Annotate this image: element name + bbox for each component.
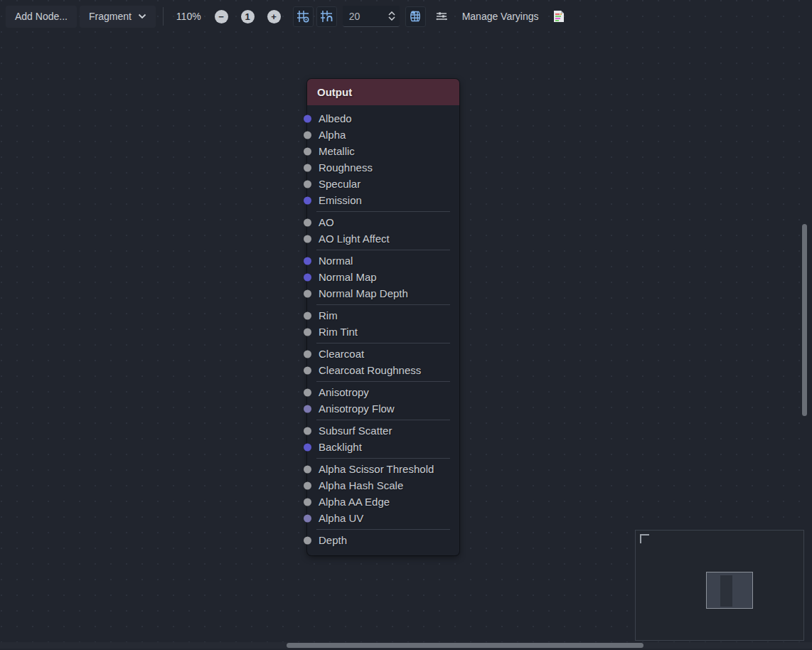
manage-varyings-button[interactable]: Manage Varyings bbox=[455, 6, 546, 28]
port-label: Roughness bbox=[319, 161, 373, 174]
port-label: Clearcoat bbox=[319, 348, 364, 360]
port-label: Depth bbox=[319, 534, 347, 546]
snap-grid-settings-button[interactable] bbox=[293, 6, 314, 27]
zoom-out-button[interactable]: − bbox=[215, 10, 228, 23]
vertical-scrollbar[interactable] bbox=[802, 0, 808, 642]
port-row-backlight: Backlight bbox=[307, 439, 459, 455]
port-group: RimRim Tint bbox=[307, 307, 459, 341]
wire-sphere-grid-icon bbox=[409, 10, 422, 23]
port-group-separator bbox=[316, 304, 450, 305]
port-row-ao: AO bbox=[307, 214, 459, 230]
port-clearcoat-roughness-icon[interactable] bbox=[304, 366, 311, 374]
zoom-reset-button[interactable]: 1 bbox=[241, 10, 255, 23]
port-group-separator bbox=[316, 420, 450, 420]
port-group-separator bbox=[316, 343, 450, 343]
horizontal-scrollbar[interactable] bbox=[0, 642, 812, 649]
port-emission-icon[interactable] bbox=[304, 196, 311, 204]
minimap-camera-rect[interactable] bbox=[706, 572, 753, 609]
graph-minimap[interactable] bbox=[635, 530, 804, 641]
port-row-albedo: Albedo bbox=[307, 110, 459, 127]
output-node-title: Output bbox=[317, 86, 352, 98]
port-label: Normal Map bbox=[319, 271, 377, 283]
port-row-clearcoat: Clearcoat bbox=[307, 346, 459, 362]
port-row-specular: Specular bbox=[307, 176, 459, 192]
port-clearcoat-icon[interactable] bbox=[304, 350, 311, 358]
port-depth-icon[interactable] bbox=[304, 536, 311, 544]
port-roughness-icon[interactable] bbox=[304, 164, 311, 171]
port-label: AO Light Affect bbox=[319, 233, 390, 245]
vertical-scrollbar-thumb[interactable] bbox=[802, 224, 807, 416]
port-alpha-hash-scale-icon[interactable] bbox=[304, 481, 311, 489]
manage-varyings-label: Manage Varyings bbox=[462, 11, 539, 22]
port-metallic-icon[interactable] bbox=[304, 147, 311, 155]
output-node-ports: AlbedoAlphaMetallicRoughnessSpecularEmis… bbox=[307, 105, 459, 555]
shader-file-button[interactable] bbox=[549, 6, 570, 27]
port-row-emission: Emission bbox=[307, 192, 459, 208]
port-alpha-icon[interactable] bbox=[304, 131, 311, 139]
port-normal-icon[interactable] bbox=[304, 257, 311, 265]
port-alpha-aa-edge-icon[interactable] bbox=[304, 498, 311, 506]
port-ao-icon[interactable] bbox=[304, 218, 311, 226]
port-alpha-scissor-threshold-icon[interactable] bbox=[304, 465, 311, 473]
port-rim-icon[interactable] bbox=[304, 311, 311, 319]
port-alpha-uv-icon[interactable] bbox=[304, 514, 311, 522]
port-row-alpha-aa-edge: Alpha AA Edge bbox=[307, 494, 459, 510]
port-group-separator bbox=[316, 381, 450, 382]
port-ao-light-affect-icon[interactable] bbox=[304, 235, 311, 243]
port-label: Clearcoat Roughness bbox=[319, 364, 421, 376]
shader-preview-button[interactable] bbox=[405, 6, 426, 27]
port-specular-icon[interactable] bbox=[304, 180, 311, 188]
sliders-icon bbox=[435, 10, 448, 23]
port-label: Subsurf Scatter bbox=[319, 425, 392, 437]
port-backlight-icon[interactable] bbox=[304, 443, 311, 451]
grid-magnet-icon bbox=[320, 10, 333, 23]
add-node-button[interactable]: Add Node... bbox=[6, 6, 77, 28]
port-row-roughness: Roughness bbox=[307, 159, 459, 176]
port-group: AnisotropyAnisotropy Flow bbox=[307, 383, 459, 417]
shader-stage-dropdown[interactable]: Fragment bbox=[80, 6, 156, 28]
port-anisotropy-icon[interactable] bbox=[304, 388, 311, 396]
spinbox-updown-icon[interactable] bbox=[388, 11, 400, 21]
port-label: Metallic bbox=[319, 145, 355, 157]
port-label: AO bbox=[319, 216, 334, 228]
port-label: Alpha AA Edge bbox=[319, 496, 390, 508]
varyings-filter-button[interactable] bbox=[432, 6, 452, 27]
port-row-clearcoat-roughness: Clearcoat Roughness bbox=[307, 362, 459, 378]
port-label: Rim Tint bbox=[319, 326, 358, 338]
port-row-alpha-scissor-threshold: Alpha Scissor Threshold bbox=[307, 461, 459, 477]
toolbar-separator bbox=[163, 7, 164, 26]
port-label: Anisotropy Flow bbox=[319, 403, 395, 415]
port-group: AOAO Light Affect bbox=[307, 213, 459, 247]
output-node-header[interactable]: Output bbox=[307, 79, 459, 105]
port-anisotropy-flow-icon[interactable] bbox=[304, 405, 311, 412]
port-row-metallic: Metallic bbox=[307, 143, 459, 159]
snap-distance-spinbox[interactable]: 20 bbox=[343, 6, 400, 27]
minimap-resizer-icon[interactable] bbox=[640, 534, 649, 543]
port-normal-map-icon[interactable] bbox=[304, 273, 311, 281]
port-row-normal: Normal bbox=[307, 252, 459, 269]
port-group-separator bbox=[316, 250, 450, 250]
zoom-level-label: 110% bbox=[171, 11, 207, 22]
port-row-normal-map: Normal Map bbox=[307, 269, 459, 285]
port-row-anisotropy: Anisotropy bbox=[307, 384, 459, 400]
port-group: Subsurf ScatterBacklight bbox=[307, 422, 459, 456]
output-node[interactable]: Output AlbedoAlphaMetallicRoughnessSpecu… bbox=[307, 79, 459, 555]
snap-to-grid-button[interactable] bbox=[316, 6, 337, 27]
port-label: Backlight bbox=[319, 441, 362, 453]
port-normal-map-depth-icon[interactable] bbox=[304, 289, 311, 297]
zoom-reset-icon: 1 bbox=[245, 12, 250, 21]
port-group-separator bbox=[316, 211, 450, 212]
port-label: Specular bbox=[319, 178, 360, 190]
grid-gear-icon bbox=[297, 10, 309, 23]
port-label: Normal bbox=[319, 255, 353, 267]
port-row-subsurf-scatter: Subsurf Scatter bbox=[307, 422, 459, 439]
port-label: Emission bbox=[319, 194, 362, 206]
port-group-separator bbox=[316, 529, 450, 530]
zoom-in-button[interactable]: + bbox=[267, 10, 281, 23]
port-rim-tint-icon[interactable] bbox=[304, 328, 311, 336]
port-group: Alpha Scissor ThresholdAlpha Hash ScaleA… bbox=[307, 460, 459, 527]
port-row-rim: Rim bbox=[307, 307, 459, 324]
port-albedo-icon[interactable] bbox=[304, 114, 311, 122]
port-subsurf-scatter-icon[interactable] bbox=[304, 427, 311, 435]
horizontal-scrollbar-thumb[interactable] bbox=[287, 643, 643, 648]
